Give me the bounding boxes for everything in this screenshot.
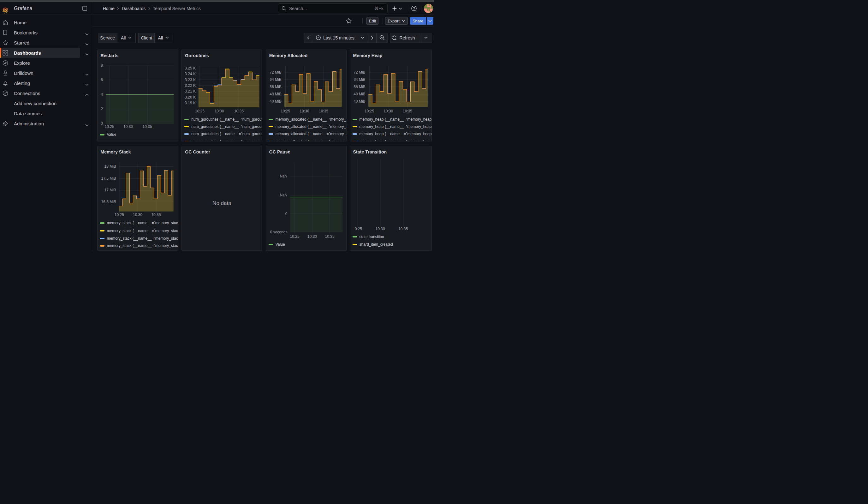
- legend-label[interactable]: Value: [107, 132, 116, 137]
- legend-item[interactable]: num_goroutines {__name__="num_goroutines…: [182, 124, 262, 129]
- legend-item[interactable]: Value: [97, 132, 178, 137]
- legend-item[interactable]: num_goroutines {__name__="num_goroutines…: [182, 132, 262, 136]
- legend-item[interactable]: shard_item_created: [350, 242, 432, 247]
- grafana-logo-icon[interactable]: [2, 6, 9, 16]
- legend-item[interactable]: memory_allocated {__name__="memory_alloc…: [266, 140, 346, 142]
- sidebar-item-label: Drilldown: [14, 70, 33, 76]
- share-dropdown-button[interactable]: [426, 17, 433, 25]
- x-tick-label: 10:25: [364, 109, 374, 113]
- chevron-down-icon[interactable]: [85, 122, 89, 125]
- sidebar-item-link[interactable]: Connections: [0, 88, 80, 98]
- sidebar-item-link[interactable]: Starred: [0, 38, 80, 48]
- sidebar-item-link[interactable]: Alerting: [0, 78, 80, 88]
- avatar[interactable]: [424, 4, 433, 13]
- time-forward-button[interactable]: [368, 33, 376, 43]
- chevron-up-icon[interactable]: [85, 92, 89, 95]
- legend-label[interactable]: memory_stack {__name__="memory_stack", i…: [107, 221, 179, 225]
- legend-item[interactable]: memory_stack {__name__="memory_stack", i…: [97, 244, 178, 248]
- chart-canvas[interactable]: [97, 146, 179, 251]
- legend-item[interactable]: num_goroutines {__name__="num_goroutines…: [182, 140, 262, 142]
- sidebar-item-label: Bookmarks: [14, 30, 38, 35]
- sidebar-item-bookmarks[interactable]: Bookmarks: [0, 28, 92, 38]
- zoom-out-button[interactable]: [376, 33, 388, 43]
- sidebar-item-link[interactable]: Drilldown: [0, 68, 80, 78]
- legend-item[interactable]: memory_stack {__name__="memory_stack", i…: [97, 236, 178, 240]
- legend-label[interactable]: memory_stack {__name__="memory_stack", i…: [107, 244, 179, 248]
- legend-item[interactable]: memory_allocated {__name__="memory_alloc…: [266, 132, 346, 136]
- sidebar-item-explore[interactable]: Explore: [0, 58, 92, 68]
- legend-label[interactable]: memory_allocated {__name__="memory_alloc…: [276, 132, 347, 136]
- legend-label[interactable]: memory_allocated {__name__="memory_alloc…: [276, 117, 347, 122]
- legend-item[interactable]: memory_heap {__name__="memory_heap", ins…: [350, 140, 432, 142]
- sidebar-item-link[interactable]: Add new connection: [0, 98, 80, 108]
- legend-item[interactable]: state transition: [350, 235, 432, 239]
- legend-item[interactable]: memory_allocated {__name__="memory_alloc…: [266, 124, 346, 129]
- y-tick-label: 2: [101, 107, 103, 111]
- star-icon[interactable]: [345, 18, 352, 24]
- sidebar-item-link[interactable]: Home: [0, 17, 80, 28]
- service-filter-value[interactable]: All: [117, 33, 135, 43]
- sidebar-item-link[interactable]: Administration: [0, 119, 80, 128]
- sidebar-item-home[interactable]: Home: [0, 17, 92, 28]
- help-icon[interactable]: [411, 2, 417, 15]
- sidebar-item-link[interactable]: Dashboards: [0, 48, 80, 58]
- header-actions: [92, 2, 434, 15]
- legend-label[interactable]: memory_allocated {__name__="memory_alloc…: [276, 124, 347, 129]
- sidebar-item-starred[interactable]: Starred: [0, 38, 92, 48]
- legend-label[interactable]: Value: [276, 242, 285, 247]
- chevron-down-icon[interactable]: [85, 51, 89, 55]
- sidebar-item-alerting[interactable]: Alerting: [0, 78, 92, 88]
- legend-item[interactable]: memory_heap {__name__="memory_heap", ins…: [350, 132, 432, 136]
- legend-label[interactable]: num_goroutines {__name__="num_goroutines…: [191, 132, 262, 136]
- legend-label[interactable]: num_goroutines {__name__="num_goroutines…: [191, 140, 262, 142]
- sidebar-item-drilldown[interactable]: Drilldown: [0, 68, 92, 78]
- legend-label[interactable]: memory_heap {__name__="memory_heap", ins…: [360, 117, 432, 122]
- refresh-interval-button[interactable]: [420, 33, 432, 43]
- share-button[interactable]: Share: [410, 17, 426, 25]
- time-back-button[interactable]: [304, 33, 313, 43]
- legend-label[interactable]: memory_heap {__name__="memory_heap", ins…: [360, 132, 432, 136]
- chevron-down-icon[interactable]: [85, 81, 89, 85]
- chevron-down-icon[interactable]: [85, 41, 89, 44]
- legend-item[interactable]: memory_heap {__name__="memory_heap", ins…: [350, 117, 432, 122]
- legend-label[interactable]: memory_heap {__name__="memory_heap", ins…: [360, 140, 432, 142]
- chevron-down-icon[interactable]: [85, 31, 89, 34]
- panel-title[interactable]: GC Counter: [185, 150, 210, 154]
- legend-label[interactable]: num_goroutines {__name__="num_goroutines…: [191, 124, 262, 129]
- sidebar-item-add-new-connection[interactable]: Add new connection: [0, 98, 92, 108]
- x-tick-label: 10:30: [123, 124, 133, 129]
- sidebar-item-link[interactable]: Explore: [0, 58, 80, 68]
- sidebar-item-data-sources[interactable]: Data sources: [0, 108, 92, 119]
- legend-item[interactable]: memory_allocated {__name__="memory_alloc…: [266, 117, 346, 122]
- legend-label[interactable]: state transition: [360, 235, 384, 239]
- export-button[interactable]: Export: [385, 17, 408, 25]
- y-tick-label: 64 MiB: [353, 78, 365, 82]
- time-range-button[interactable]: Last 15 minutes: [313, 33, 368, 43]
- sidebar-item-administration[interactable]: Administration: [0, 119, 92, 128]
- edit-button[interactable]: Edit: [366, 17, 379, 25]
- sidebar-item-dashboards[interactable]: Dashboards: [0, 48, 92, 58]
- legend-label[interactable]: memory_allocated {__name__="memory_alloc…: [276, 140, 347, 142]
- main-area: HomeDashboardsTemporal Server Metrics Se…: [92, 2, 434, 252]
- legend-label[interactable]: num_goroutines {__name__="num_goroutines…: [191, 117, 262, 122]
- legend-item[interactable]: memory_heap {__name__="memory_heap", ins…: [350, 124, 432, 129]
- sidebar-item-link[interactable]: Data sources: [0, 108, 80, 119]
- legend-item[interactable]: memory_stack {__name__="memory_stack", i…: [97, 221, 178, 225]
- sidebar-item-connections[interactable]: Connections: [0, 88, 92, 98]
- legend-label[interactable]: memory_heap {__name__="memory_heap", ins…: [360, 124, 432, 129]
- toolbar-divider: [362, 18, 363, 24]
- add-button[interactable]: [392, 2, 402, 15]
- legend-item[interactable]: num_goroutines {__name__="num_goroutines…: [182, 117, 262, 122]
- legend-item[interactable]: memory_stack {__name__="memory_stack", i…: [97, 229, 178, 233]
- refresh-button[interactable]: Refresh: [390, 33, 420, 43]
- client-filter-value[interactable]: All: [155, 33, 172, 43]
- legend-item[interactable]: Value: [266, 242, 346, 247]
- legend-label[interactable]: shard_item_created: [360, 242, 393, 247]
- sidebar-item-link[interactable]: Bookmarks: [0, 28, 80, 38]
- chevron-down-icon[interactable]: [85, 71, 89, 75]
- legend-label[interactable]: memory_stack {__name__="memory_stack", i…: [107, 236, 179, 240]
- legend-label[interactable]: memory_stack {__name__="memory_stack", i…: [107, 229, 179, 233]
- sidebar-toggle-icon[interactable]: [82, 6, 87, 11]
- apps-icon: [2, 50, 8, 55]
- x-axis-labels: 10:2510:3010:35: [182, 109, 262, 114]
